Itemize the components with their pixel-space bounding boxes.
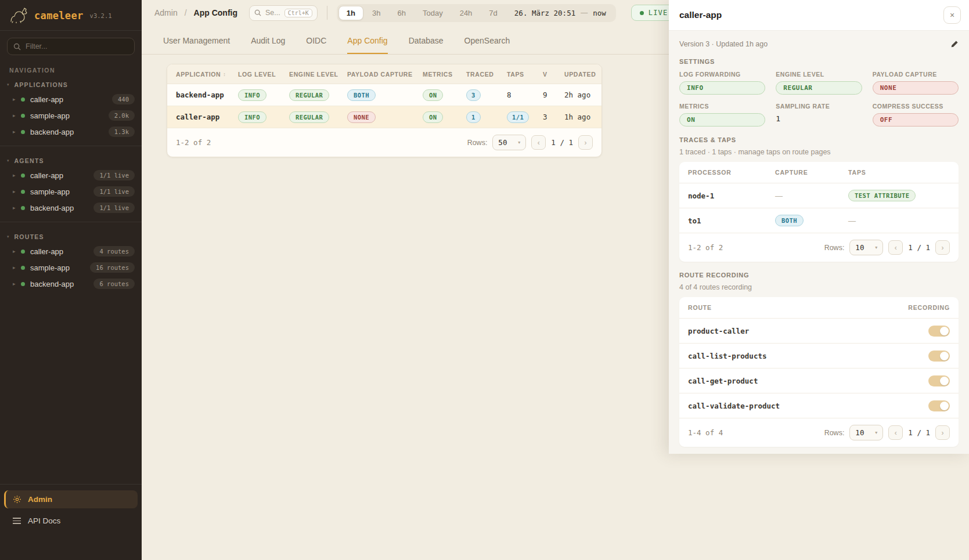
rows-label: Rows: [824,429,845,437]
payload-capture-badge: NONE [347,111,376,123]
sidebar-item-applications-sample-app[interactable]: ▸ sample-app 2.0k [0,107,142,124]
edit-button[interactable] [950,40,959,48]
tab-audit-log[interactable]: Audit Log [251,36,285,54]
sidebar-item-applications-backend-app[interactable]: ▸ backend-app 1.3k [0,124,142,140]
routes-badge: 6 routes [93,279,135,289]
sidebar-item-admin[interactable]: Admin [4,490,138,508]
traces-row-node-1[interactable]: node-1 — TEST ATTRIBUTE [679,183,959,208]
divider [0,484,142,485]
field-metrics: METRICS ON [679,103,765,127]
page-indicator: 1 / 1 [908,243,930,252]
field-engine-level: ENGINE LEVEL REGULAR [776,71,862,95]
select-caret-icon: ▾ [875,430,877,435]
next-page-button[interactable]: › [578,135,593,150]
select-caret-icon: ▾ [518,140,520,145]
recording-toggle-on[interactable] [928,351,950,362]
col-processor: PROCESSOR [688,169,775,176]
rows-per-page-select[interactable]: 50 ▾ [492,135,526,150]
section-applications[interactable]: ▾ APPLICATIONS [0,76,142,91]
routes-badge: 16 routes [90,262,135,273]
metrics-value: ON [679,113,765,127]
rows-per-page-select[interactable]: 10 ▾ [849,425,883,440]
search-input[interactable]: Se... Ctrl+K [249,5,318,21]
field-log-forwarding: LOG FORWARDING INFO [679,71,765,95]
page-indicator: 1 / 1 [908,428,930,437]
status-dot [21,282,25,286]
live-badge: 1/1 live [93,203,135,213]
next-page-button[interactable]: › [935,240,950,255]
close-panel-button[interactable]: × [943,6,961,24]
tab-opensearch[interactable]: OpenSearch [464,36,510,54]
range-7d-button[interactable]: 7d [481,6,505,20]
chevron-right-icon: ▸ [13,248,19,254]
prev-page-button[interactable]: ‹ [531,135,546,150]
version-meta: Version 3 · Updated 1h ago [679,40,768,48]
status-dot [21,250,25,254]
sidebar-item-agents-caller-app[interactable]: ▸ caller-app 1/1 live [0,167,142,183]
sampling-rate-value: 1 [776,112,780,125]
tab-app-config[interactable]: App Config [347,36,387,54]
count-badge: 2.0k [109,110,135,121]
section-routes[interactable]: ▾ ROUTES [0,228,142,243]
field-payload-capture: PAYLOAD CAPTURE NONE [873,71,959,95]
rows-label: Rows: [467,139,488,147]
range-today-button[interactable]: Today [415,6,451,20]
engine-level-badge: REGULAR [289,111,329,123]
detail-panel-caller-app: caller-app × Version 3 · Updated 1h ago … [669,0,969,454]
sidebar-item-agents-backend-app[interactable]: ▸ backend-app 1/1 live [0,200,142,216]
recording-toggle-on[interactable] [928,400,950,411]
range-3h-button[interactable]: 3h [364,6,388,20]
engine-level-value: REGULAR [776,81,862,95]
chevron-right-icon: ▸ [13,281,19,287]
next-icon: › [585,139,587,147]
col-application[interactable]: APPLICATION ↕ [176,71,238,78]
page-indicator: 1 / 1 [551,138,573,147]
close-icon: × [950,10,954,20]
status-dot [21,206,25,210]
sidebar-item-api-docs[interactable]: API Docs [4,512,138,530]
date-range-display[interactable]: 26. März 20:51 — now [506,9,614,17]
tab-oidc[interactable]: OIDC [306,36,326,54]
status-dot [21,174,25,178]
recording-toggle-on[interactable] [928,326,950,337]
sidebar-item-routes-caller-app[interactable]: ▸ caller-app 4 routes [0,243,142,259]
brand-name: cameleer [34,10,84,21]
metrics-badge: ON [423,111,443,123]
tab-database[interactable]: Database [409,36,444,54]
panel-header: caller-app × [669,0,969,31]
range-6h-button[interactable]: 6h [389,6,413,20]
range-24h-button[interactable]: 24h [452,6,481,20]
sidebar-item-agents-sample-app[interactable]: ▸ sample-app 1/1 live [0,183,142,200]
sidebar-item-routes-sample-app[interactable]: ▸ sample-app 16 routes [0,259,142,276]
sidebar-filter-input[interactable]: Filter... [7,38,135,55]
prev-page-button[interactable]: ‹ [888,240,903,255]
sidebar-item-routes-backend-app[interactable]: ▸ backend-app 6 routes [0,276,142,292]
table-row-backend-app[interactable]: backend-app INFO REGULAR BOTH ON 3 8 9 2… [167,84,601,106]
table-row-caller-app[interactable]: caller-app INFO REGULAR NONE ON 1 1/1 3 … [167,106,601,128]
col-route: ROUTE [688,304,898,311]
search-placeholder: Se... [265,9,280,17]
status-dot [21,97,25,102]
live-badge: 1/1 live [93,186,135,197]
next-icon: › [942,244,944,252]
breadcrumb-parent[interactable]: Admin [154,8,178,17]
tab-user-management[interactable]: User Management [163,36,230,54]
pencil-icon [950,40,959,48]
chevron-right-icon: ▸ [13,172,19,178]
panel-title: caller-app [679,10,722,20]
recording-section-title: ROUTE RECORDING [679,272,959,279]
prev-page-button[interactable]: ‹ [888,425,903,440]
col-log-level: LOG LEVEL [238,71,289,78]
recording-toggle-on[interactable] [928,375,950,386]
search-shortcut-badge: Ctrl+K [284,9,312,17]
range-1h-button[interactable]: 1h [338,6,363,20]
caret-down-icon: ▾ [7,82,9,87]
updated-value: 1h ago [564,113,601,121]
rows-per-page-select[interactable]: 10 ▾ [849,240,883,255]
sidebar-item-applications-caller-app[interactable]: ▸ caller-app 440 [0,91,142,107]
traces-row-to1[interactable]: to1 BOTH — [679,208,959,233]
next-page-button[interactable]: › [935,425,950,440]
section-agents[interactable]: ▾ AGENTS [0,152,142,167]
traced-badge: 1 [466,111,481,123]
updated-value: 2h ago [564,91,601,99]
